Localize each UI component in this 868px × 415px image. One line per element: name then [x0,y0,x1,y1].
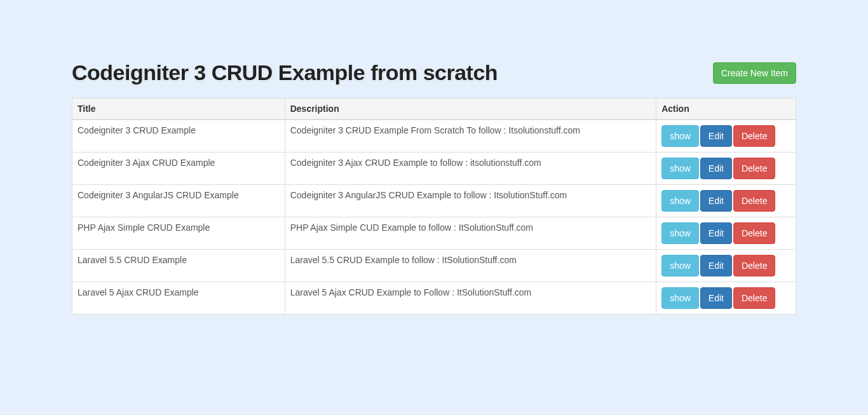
edit-button[interactable]: Edit [700,190,732,212]
edit-button[interactable]: Edit [700,255,732,276]
cell-title: Codeigniter 3 CRUD Example [72,119,285,153]
show-button[interactable]: show [661,287,699,309]
cell-description: Codeigniter 3 CRUD Example From Scratch … [285,119,656,153]
cell-title: Laravel 5.5 CRUD Example [72,250,285,282]
edit-button[interactable]: Edit [700,158,732,179]
page-title: Codeigniter 3 CRUD Example from scratch [72,60,498,85]
cell-title: Laravel 5 Ajax CRUD Example [72,282,285,315]
table-row: Codeigniter 3 AngularJS CRUD ExampleCode… [72,185,796,217]
cell-description: Codeigniter 3 AngularJS CRUD Example to … [285,185,656,217]
delete-button[interactable]: Delete [733,158,775,179]
delete-button[interactable]: Delete [733,222,775,244]
edit-button[interactable]: Edit [700,222,732,244]
table-row: Laravel 5.5 CRUD ExampleLaravel 5.5 CRUD… [72,250,796,282]
edit-button[interactable]: Edit [700,125,732,147]
show-button[interactable]: show [661,158,699,179]
cell-title: Codeigniter 3 Ajax CRUD Example [72,153,285,185]
delete-button[interactable]: Delete [733,255,775,276]
cell-action: showEditDelete [656,250,796,282]
cell-action: showEditDelete [656,185,796,217]
cell-action: showEditDelete [656,282,796,315]
cell-description: PHP Ajax Simple CUD Example to follow : … [285,217,656,250]
delete-button[interactable]: Delete [733,125,775,147]
show-button[interactable]: show [661,190,699,212]
column-header-description: Description [285,99,656,120]
delete-button[interactable]: Delete [733,287,775,309]
table-row: PHP Ajax Simple CRUD ExamplePHP Ajax Sim… [72,217,796,250]
cell-action: showEditDelete [656,153,796,185]
show-button[interactable]: show [661,255,699,276]
cell-description: Codeigniter 3 Ajax CRUD Example to follo… [285,153,656,185]
table-row: Laravel 5 Ajax CRUD ExampleLaravel 5 Aja… [72,282,796,315]
cell-title: Codeigniter 3 AngularJS CRUD Example [72,185,285,217]
cell-title: PHP Ajax Simple CRUD Example [72,217,285,250]
column-header-action: Action [656,99,796,120]
edit-button[interactable]: Edit [700,287,732,309]
items-table: Title Description Action Codeigniter 3 C… [72,98,796,315]
cell-action: showEditDelete [656,217,796,250]
table-row: Codeigniter 3 Ajax CRUD ExampleCodeignit… [72,153,796,185]
show-button[interactable]: show [661,222,699,244]
column-header-title: Title [72,99,285,120]
cell-action: showEditDelete [656,119,796,153]
cell-description: Laravel 5.5 CRUD Example to follow : ItS… [285,250,656,282]
create-new-item-button[interactable]: Create New Item [713,62,796,84]
cell-description: Laravel 5 Ajax CRUD Example to Follow : … [285,282,656,315]
table-row: Codeigniter 3 CRUD ExampleCodeigniter 3 … [72,119,796,153]
show-button[interactable]: show [661,125,699,147]
delete-button[interactable]: Delete [733,190,775,212]
